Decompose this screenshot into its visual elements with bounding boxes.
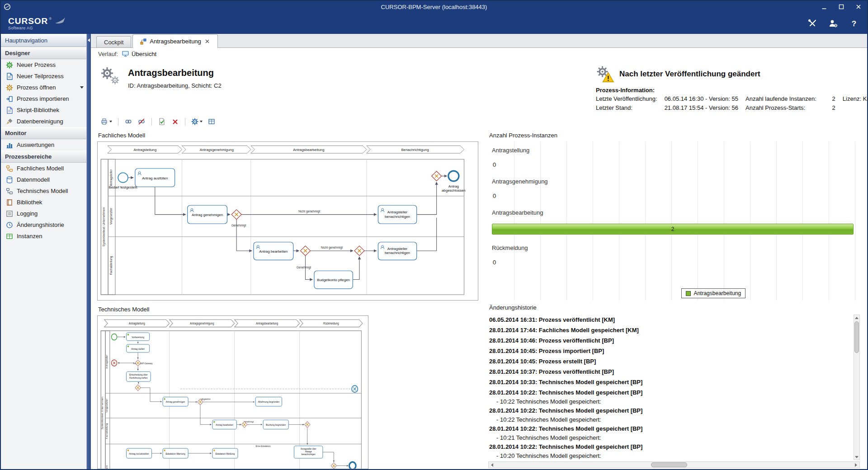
sidebar-item-prozess-oeffnen[interactable]: Prozess öffnen bbox=[1, 82, 86, 93]
new-process-icon bbox=[6, 61, 13, 69]
svg-text:Vorbereitung: Vorbereitung bbox=[132, 335, 144, 338]
svg-text:Antrag stellen: Antrag stellen bbox=[131, 347, 145, 350]
sidebar-item-auswertungen[interactable]: Auswertungen bbox=[1, 139, 86, 150]
gateway bbox=[305, 422, 310, 428]
svg-text:Antragsbearbeitung: Antragsbearbeitung bbox=[256, 322, 278, 325]
brand-logo: CURSOR ® Software AG bbox=[8, 17, 66, 30]
sidebar-item-neuer-teilprozess[interactable]: Neuer Teilprozess bbox=[1, 70, 86, 82]
close-button[interactable] bbox=[850, 1, 867, 13]
svg-text:Antrag zurückstellen: Antrag zurückstellen bbox=[129, 452, 149, 455]
gear-warning-icon bbox=[596, 65, 614, 83]
validate-button[interactable] bbox=[156, 116, 167, 127]
technical-model-panel[interactable]: Antragstellung Antragsgenehmigung Antrag… bbox=[97, 315, 368, 469]
history-icon bbox=[6, 221, 13, 229]
svg-text:Eskalation Meldung: Eskalation Meldung bbox=[216, 452, 235, 455]
process-gears-icon bbox=[99, 65, 121, 87]
sidebar-item-prozess-importieren[interactable]: Prozess importieren bbox=[1, 93, 86, 104]
gateway bbox=[354, 246, 364, 256]
svg-text:Antrag bearbeiten: Antrag bearbeiten bbox=[259, 249, 288, 254]
tab-close-icon[interactable] bbox=[204, 38, 210, 44]
history-entry: 28.01.2014 10:21: Technisches Modell ges… bbox=[489, 460, 854, 460]
sidebar-section-monitor[interactable]: Monitor bbox=[1, 127, 86, 139]
user-settings-icon[interactable] bbox=[827, 18, 839, 29]
maximize-button[interactable] bbox=[833, 1, 850, 13]
sidebar-section-prozessbereiche[interactable]: Prozessbereiche bbox=[1, 150, 86, 163]
scrollbar-thumb[interactable] bbox=[854, 321, 859, 353]
settings-button[interactable] bbox=[190, 116, 204, 127]
sidebar-item-neuer-prozess[interactable]: Neuer Prozess bbox=[1, 59, 86, 70]
history-entry: 28.01.2014 10:45: Prozess erstellt [BP] bbox=[489, 356, 854, 367]
sidebar-item-datenbereinigung[interactable]: Datenbereinigung bbox=[1, 116, 86, 127]
svg-text:Antragstellerbenachrichtigen: Antragstellerbenachrichtigen bbox=[385, 247, 410, 255]
history-entry: 28.01.2014 10:22: Technisches Modell ges… bbox=[489, 423, 854, 442]
tab-antragsbearbeitung[interactable]: Antragsbearbeitung bbox=[132, 34, 217, 48]
process-tab-icon bbox=[140, 38, 146, 45]
scroll-left-icon[interactable] bbox=[489, 462, 495, 468]
history-entry: 28.01.2014 10:22: Technisches Modell ges… bbox=[489, 387, 854, 405]
minimize-button[interactable] bbox=[816, 1, 833, 13]
svg-text:Antrag bearbeiten: Antrag bearbeiten bbox=[216, 423, 233, 426]
sidebar-item-logging[interactable]: Logging bbox=[1, 208, 86, 219]
tab-cockpit[interactable]: Cockpit bbox=[96, 36, 131, 47]
toolbar-separator bbox=[151, 118, 152, 126]
chevron-down-icon[interactable] bbox=[80, 86, 84, 89]
sidebar: Hauptnavigation Designer Neuer Prozess N… bbox=[1, 34, 87, 469]
business-model-icon bbox=[6, 165, 13, 172]
sidebar-collapse-handle[interactable] bbox=[87, 34, 91, 469]
history-scrollbar[interactable] bbox=[854, 315, 860, 460]
svg-text:Systemkontext: Unternehmen: Systemkontext: Unternehmen bbox=[102, 207, 106, 247]
gateway bbox=[135, 360, 141, 366]
chart-category: Antragsbearbeitung 2 bbox=[492, 209, 855, 235]
svg-text:abgelehnt: abgelehnt bbox=[201, 398, 211, 400]
task: Eskalation Warnung bbox=[163, 448, 188, 458]
history-entry: 28.01.2014 10:22: Technisches Modell ges… bbox=[489, 405, 854, 423]
history-entry: 28.01.2014 10:22: Technisches Modell ges… bbox=[489, 442, 854, 460]
svg-text:Bedarf festgestellt: Bedarf festgestellt bbox=[108, 185, 137, 189]
export-button[interactable] bbox=[99, 116, 113, 127]
running-instances-label: Anzahl laufende Instanzen: bbox=[745, 95, 816, 103]
phase-header: Antragstellung Antragsgenehmigung Antrag… bbox=[108, 146, 464, 153]
horizontal-scrollbar[interactable] bbox=[488, 461, 860, 468]
scroll-up-icon[interactable] bbox=[854, 315, 859, 320]
task-antrag-genehmigen: Antrag genehmigen bbox=[188, 205, 227, 224]
scrollbar-thumb[interactable] bbox=[651, 462, 687, 467]
sidebar-item-aenderungshistorie[interactable]: Änderungshistorie bbox=[1, 219, 86, 230]
chart-value: 0 bbox=[492, 259, 855, 266]
open-process-icon bbox=[6, 84, 13, 91]
sidebar-item-datenmodell[interactable]: Datenmodell bbox=[1, 174, 86, 185]
sidebar-section-designer[interactable]: Designer bbox=[1, 47, 86, 59]
sidebar-item-bibliothek[interactable]: Bibliothek bbox=[1, 197, 86, 208]
tools-icon[interactable] bbox=[807, 18, 818, 29]
business-model-panel[interactable]: Antragstellung Antragsgenehmigung Antrag… bbox=[97, 141, 478, 301]
svg-text:Rückmeldung: Rückmeldung bbox=[323, 322, 339, 325]
toolbar-separator bbox=[185, 118, 185, 126]
window-title: CURSOR-BPM-Server (localhost:38443) bbox=[1, 4, 867, 10]
svg-text:Genehmigt: Genehmigt bbox=[231, 224, 246, 227]
task-budgetkonto-pflegen: Budgetkonto pflegen bbox=[314, 271, 353, 289]
scroll-down-icon[interactable] bbox=[854, 454, 859, 460]
history-entry: 28.01.2014 10:33: Technisches Modell ges… bbox=[489, 377, 854, 387]
chevron-down-icon bbox=[109, 121, 112, 122]
page-subtitle: ID: Antragsbearbeitung, Schicht: C2 bbox=[128, 82, 222, 89]
process-info-heading: Prozess-Information: bbox=[596, 87, 862, 94]
sidebar-item-skript-bibliothek[interactable]: Skript-Bibliothek bbox=[1, 104, 86, 116]
scroll-right-icon[interactable] bbox=[853, 462, 859, 468]
title-bar: CURSOR-BPM-Server (localhost:38443) bbox=[1, 1, 867, 13]
svg-text:Antragsbearbeitung: Antragsbearbeitung bbox=[293, 148, 324, 152]
error-event bbox=[112, 360, 117, 366]
start-event: Bedarf festgestellt bbox=[108, 173, 137, 189]
unlink-button[interactable] bbox=[136, 116, 147, 127]
table-view-button[interactable] bbox=[206, 116, 217, 127]
sidebar-item-instanzen[interactable]: Instanzen bbox=[1, 230, 86, 242]
phase-header: Antragstellung Antragsgenehmigung Antrag… bbox=[104, 320, 363, 327]
link-end-event bbox=[352, 385, 358, 392]
task: Vorbereitung bbox=[126, 333, 149, 341]
sidebar-item-fachliches-modell[interactable]: Fachliches Modell bbox=[1, 163, 86, 174]
link-button[interactable] bbox=[123, 116, 134, 127]
breadcrumb-item-uebersicht[interactable]: Übersicht bbox=[122, 51, 156, 57]
overview-icon bbox=[122, 51, 129, 57]
delete-button[interactable] bbox=[170, 116, 180, 127]
help-icon[interactable]: ? bbox=[848, 18, 860, 29]
sidebar-item-technisches-modell[interactable]: Technisches Modell bbox=[1, 185, 86, 197]
legend-color-swatch bbox=[686, 291, 691, 296]
